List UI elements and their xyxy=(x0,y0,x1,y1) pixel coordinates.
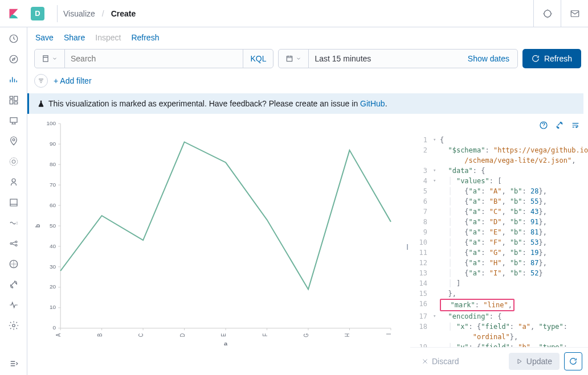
github-link[interactable]: GitHub xyxy=(360,99,385,108)
svg-text:90: 90 xyxy=(50,141,56,146)
search-input[interactable] xyxy=(65,50,243,68)
divider xyxy=(57,5,58,22)
side-nav xyxy=(0,27,27,375)
svg-text:60: 60 xyxy=(50,202,56,208)
svg-rect-7 xyxy=(14,102,17,104)
topbar: D Visualize / Create xyxy=(0,0,588,27)
nav-discover-icon[interactable] xyxy=(8,53,19,65)
editor-footer: Discard Update xyxy=(410,347,588,375)
nav-monitoring-icon[interactable] xyxy=(8,299,19,311)
svg-text:I: I xyxy=(385,333,392,335)
mail-icon[interactable] xyxy=(561,0,588,27)
svg-rect-8 xyxy=(10,118,17,122)
kql-toggle[interactable]: KQL xyxy=(243,50,273,68)
code-editor[interactable]: 1▾{2 "$schema": "https://vega/github.io … xyxy=(410,135,588,347)
nav-infra-icon[interactable] xyxy=(8,176,19,188)
kibana-logo-icon[interactable] xyxy=(0,0,27,27)
editor-toolbar xyxy=(410,117,588,135)
svg-text:b: b xyxy=(35,224,42,228)
editor-help-icon[interactable] xyxy=(539,121,548,131)
svg-point-12 xyxy=(12,179,15,182)
svg-rect-20 xyxy=(287,56,292,61)
svg-point-9 xyxy=(13,139,15,141)
nav-uptime-icon[interactable] xyxy=(8,238,19,249)
svg-text:E: E xyxy=(220,333,227,337)
chart-pane: 0102030405060708090100ABCDEFGHIab xyxy=(27,117,403,375)
svg-rect-4 xyxy=(10,96,13,98)
fullscreen-icon[interactable] xyxy=(533,0,561,27)
svg-point-11 xyxy=(12,160,15,163)
svg-rect-1 xyxy=(571,10,579,17)
date-picker-button[interactable] xyxy=(279,50,308,68)
svg-point-14 xyxy=(10,243,12,245)
svg-point-10 xyxy=(10,158,18,166)
save-button[interactable]: Save xyxy=(35,33,54,42)
editor-format-icon[interactable] xyxy=(555,121,564,131)
nav-apm-icon[interactable] xyxy=(8,217,19,229)
auto-apply-button[interactable] xyxy=(564,352,582,370)
svg-text:100: 100 xyxy=(46,120,56,126)
pane-splitter[interactable]: || xyxy=(403,117,410,375)
content-area: Save Share Inspect Refresh KQL xyxy=(27,27,588,375)
nav-management-icon[interactable] xyxy=(8,320,19,331)
nav-ml-icon[interactable] xyxy=(8,156,19,167)
experimental-callout: This visualization is marked as experime… xyxy=(27,93,583,114)
share-button[interactable]: Share xyxy=(64,33,85,42)
filter-options-icon[interactable] xyxy=(34,74,48,88)
svg-text:0: 0 xyxy=(53,325,56,331)
query-bar: KQL Last 15 minutes Show dates Refresh xyxy=(27,46,588,72)
time-range-display[interactable]: Last 15 minutes xyxy=(309,50,459,68)
saved-queries-button[interactable] xyxy=(35,50,64,68)
svg-text:G: G xyxy=(303,333,310,337)
nav-maps-icon[interactable] xyxy=(8,135,19,147)
svg-text:20: 20 xyxy=(50,284,56,290)
space-selector[interactable]: D xyxy=(31,7,44,20)
svg-text:H: H xyxy=(344,333,351,337)
svg-point-15 xyxy=(15,241,17,243)
show-dates-button[interactable]: Show dates xyxy=(460,50,517,68)
svg-rect-6 xyxy=(14,96,17,101)
breadcrumb-current: Create xyxy=(111,9,136,18)
nav-devtools-icon[interactable] xyxy=(8,279,19,290)
nav-collapse-icon[interactable] xyxy=(8,358,19,369)
nav-logs-icon[interactable] xyxy=(8,197,19,208)
editor-wrap-icon[interactable] xyxy=(571,121,580,131)
callout-text: This visualization is marked as experime… xyxy=(48,99,387,108)
svg-text:30: 30 xyxy=(50,263,56,269)
update-button[interactable]: Update xyxy=(509,353,560,370)
nav-recently-viewed-icon[interactable] xyxy=(8,33,19,44)
svg-text:70: 70 xyxy=(50,182,56,187)
svg-text:F: F xyxy=(262,333,268,337)
svg-text:A: A xyxy=(55,333,62,337)
nav-dashboard-icon[interactable] xyxy=(8,94,19,106)
vis-toolbar: Save Share Inspect Refresh xyxy=(27,27,588,46)
refresh-button[interactable]: Refresh xyxy=(131,33,159,42)
line-chart: 0102030405060708090100ABCDEFGHIab xyxy=(33,119,399,347)
filter-bar: + Add filter xyxy=(27,72,588,93)
svg-text:C: C xyxy=(138,333,145,337)
refresh-query-button[interactable]: Refresh xyxy=(522,49,581,68)
svg-rect-13 xyxy=(10,199,17,204)
svg-rect-19 xyxy=(43,56,48,62)
svg-text:50: 50 xyxy=(50,222,56,228)
svg-text:D: D xyxy=(179,333,186,337)
add-filter-button[interactable]: + Add filter xyxy=(54,76,92,85)
nav-canvas-icon[interactable] xyxy=(8,115,19,126)
breadcrumb-separator: / xyxy=(102,9,104,18)
svg-rect-5 xyxy=(10,100,13,104)
beaker-icon xyxy=(37,100,45,108)
svg-text:80: 80 xyxy=(50,161,56,167)
svg-text:10: 10 xyxy=(50,304,56,310)
nav-siem-icon[interactable] xyxy=(8,258,19,270)
discard-button[interactable]: Discard xyxy=(416,353,464,369)
breadcrumb: Visualize / Create xyxy=(63,9,136,18)
breadcrumb-visualize[interactable]: Visualize xyxy=(63,9,95,18)
nav-visualize-icon[interactable] xyxy=(8,74,19,85)
svg-text:B: B xyxy=(96,333,103,337)
svg-text:40: 40 xyxy=(50,243,56,249)
svg-text:a: a xyxy=(224,341,227,347)
vega-editor-pane: 1▾{2 "$schema": "https://vega/github.io … xyxy=(410,117,588,375)
svg-point-3 xyxy=(10,55,18,63)
inspect-button: Inspect xyxy=(95,33,121,42)
svg-point-0 xyxy=(544,10,551,17)
